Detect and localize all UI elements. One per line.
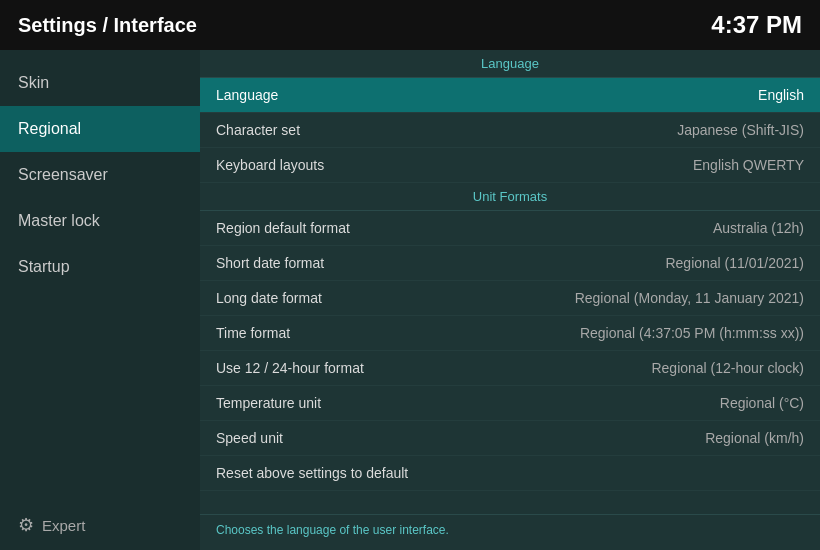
- status-text: Chooses the language of the user interfa…: [216, 523, 449, 537]
- settings-row-speed-unit[interactable]: Speed unitRegional (km/h): [200, 421, 820, 456]
- row-value-time-format: Regional (4:37:05 PM (h:mm:ss xx)): [580, 325, 804, 341]
- row-value-character-set: Japanese (Shift-JIS): [677, 122, 804, 138]
- settings-row-long-date-format[interactable]: Long date formatRegional (Monday, 11 Jan…: [200, 281, 820, 316]
- row-value-short-date-format: Regional (11/01/2021): [665, 255, 804, 271]
- settings-row-keyboard-layouts[interactable]: Keyboard layoutsEnglish QWERTY: [200, 148, 820, 183]
- expert-button[interactable]: ⚙ Expert: [0, 500, 200, 550]
- row-label-speed-unit: Speed unit: [216, 430, 283, 446]
- row-label-keyboard-layouts: Keyboard layouts: [216, 157, 324, 173]
- layout: SkinRegionalScreensaverMaster lockStartu…: [0, 50, 820, 550]
- expert-label: Expert: [42, 517, 85, 534]
- sidebar-item-startup[interactable]: Startup: [0, 244, 200, 290]
- row-value-use-12-24: Regional (12-hour clock): [651, 360, 804, 376]
- row-label-region-default-format: Region default format: [216, 220, 350, 236]
- settings-row-short-date-format[interactable]: Short date formatRegional (11/01/2021): [200, 246, 820, 281]
- gear-icon: ⚙: [18, 514, 34, 536]
- row-label-character-set: Character set: [216, 122, 300, 138]
- settings-content: LanguageLanguageEnglishCharacter setJapa…: [200, 50, 820, 514]
- row-label-language: Language: [216, 87, 278, 103]
- row-value-region-default-format: Australia (12h): [713, 220, 804, 236]
- settings-row-temperature-unit[interactable]: Temperature unitRegional (°C): [200, 386, 820, 421]
- row-value-long-date-format: Regional (Monday, 11 January 2021): [575, 290, 804, 306]
- sidebar: SkinRegionalScreensaverMaster lockStartu…: [0, 50, 200, 550]
- page-title: Settings / Interface: [18, 14, 197, 37]
- sidebar-item-skin[interactable]: Skin: [0, 60, 200, 106]
- clock: 4:37 PM: [711, 11, 802, 39]
- header: Settings / Interface 4:37 PM: [0, 0, 820, 50]
- sidebar-item-screensaver[interactable]: Screensaver: [0, 152, 200, 198]
- main-panel: LanguageLanguageEnglishCharacter setJapa…: [200, 50, 820, 550]
- row-label-use-12-24: Use 12 / 24-hour format: [216, 360, 364, 376]
- sidebar-item-master-lock[interactable]: Master lock: [0, 198, 200, 244]
- row-label-temperature-unit: Temperature unit: [216, 395, 321, 411]
- row-value-language: English: [758, 87, 804, 103]
- row-value-temperature-unit: Regional (°C): [720, 395, 804, 411]
- row-label-long-date-format: Long date format: [216, 290, 322, 306]
- status-bar: Chooses the language of the user interfa…: [200, 514, 820, 550]
- row-label-short-date-format: Short date format: [216, 255, 324, 271]
- section-header-language-section: Language: [200, 50, 820, 78]
- sidebar-items: SkinRegionalScreensaverMaster lockStartu…: [0, 60, 200, 290]
- settings-row-use-12-24[interactable]: Use 12 / 24-hour formatRegional (12-hour…: [200, 351, 820, 386]
- row-value-speed-unit: Regional (km/h): [705, 430, 804, 446]
- row-label-time-format: Time format: [216, 325, 290, 341]
- reset-row[interactable]: Reset above settings to default: [200, 456, 820, 491]
- sidebar-item-regional[interactable]: Regional: [0, 106, 200, 152]
- settings-row-language[interactable]: LanguageEnglish: [200, 78, 820, 113]
- section-header-unit-formats-section: Unit Formats: [200, 183, 820, 211]
- settings-row-region-default-format[interactable]: Region default formatAustralia (12h): [200, 211, 820, 246]
- settings-row-character-set[interactable]: Character setJapanese (Shift-JIS): [200, 113, 820, 148]
- settings-row-time-format[interactable]: Time formatRegional (4:37:05 PM (h:mm:ss…: [200, 316, 820, 351]
- row-value-keyboard-layouts: English QWERTY: [693, 157, 804, 173]
